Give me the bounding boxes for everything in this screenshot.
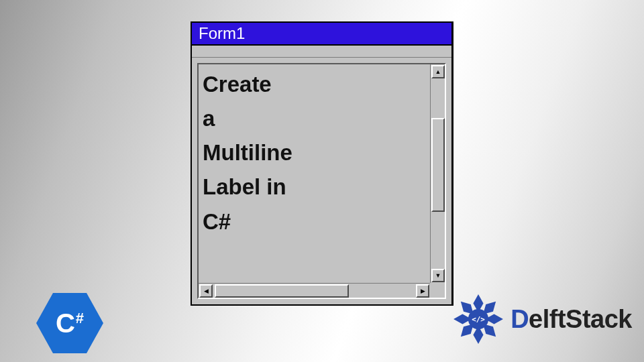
titlebar[interactable]: Form1 bbox=[192, 23, 451, 46]
horizontal-scroll-thumb[interactable] bbox=[215, 284, 349, 298]
svg-text:</>: </> bbox=[472, 315, 485, 324]
chevron-left-icon: ◀ bbox=[204, 288, 209, 294]
scrollbar-corner bbox=[430, 283, 445, 298]
delftstack-brand: </> DelftStack bbox=[450, 291, 632, 347]
csharp-badge: C# bbox=[36, 290, 103, 357]
menubar bbox=[192, 46, 451, 58]
chevron-down-icon: ▼ bbox=[435, 272, 441, 279]
window-title: Form1 bbox=[199, 24, 245, 43]
form-window: Form1 Create a Multiline Label in C# ▲ ▼… bbox=[191, 21, 453, 306]
vertical-scroll-thumb[interactable] bbox=[431, 118, 445, 212]
scroll-right-button[interactable]: ▶ bbox=[416, 284, 429, 298]
horizontal-scrollbar[interactable]: ◀ ▶ bbox=[199, 283, 430, 298]
scroll-up-button[interactable]: ▲ bbox=[431, 65, 445, 78]
chevron-up-icon: ▲ bbox=[435, 68, 441, 75]
chevron-right-icon: ▶ bbox=[421, 288, 425, 294]
hexagon-icon: C# bbox=[36, 290, 103, 357]
csharp-badge-text: C# bbox=[56, 308, 84, 339]
scroll-left-button[interactable]: ◀ bbox=[199, 284, 213, 298]
vertical-scrollbar[interactable]: ▲ ▼ bbox=[430, 64, 445, 283]
delftstack-logo-icon: </> bbox=[450, 291, 506, 347]
client-area: Create a Multiline Label in C# ▲ ▼ ◀ ▶ bbox=[197, 63, 446, 299]
multiline-label: Create a Multiline Label in C# bbox=[203, 67, 429, 282]
delftstack-brand-text: DelftStack bbox=[511, 305, 632, 334]
scroll-down-button[interactable]: ▼ bbox=[431, 269, 445, 282]
